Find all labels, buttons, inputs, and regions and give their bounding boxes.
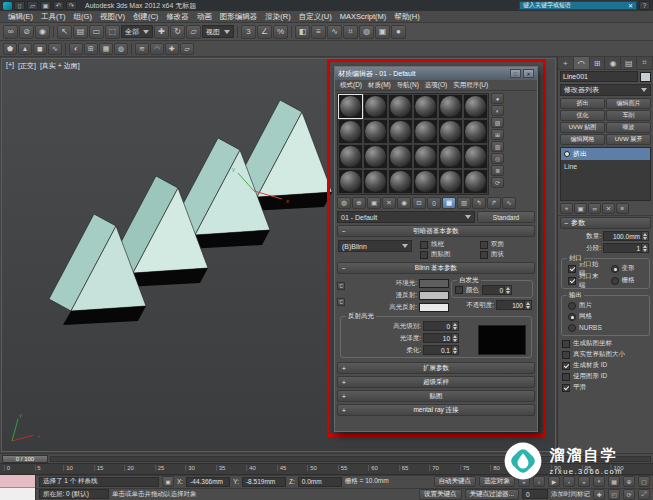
stack-item-extrude[interactable]: 挤出 [561,148,650,160]
show-end-result-icon[interactable]: ▣ [574,203,587,214]
material-sample-slot[interactable] [413,169,438,194]
lock-icon[interactable]: C [337,282,345,290]
arc-tools-icon[interactable]: ◠ [150,43,164,55]
opacity-spinner[interactable]: 100 [496,300,532,310]
maps-rollout[interactable]: +贴图 [337,390,535,402]
ribbon-toggle-icon[interactable]: ⬟ [3,43,17,55]
material-tools-icon[interactable]: ◍ [114,43,128,55]
menu-graph-editors[interactable]: 图形编辑器 [216,12,262,22]
object-name-field[interactable]: Line001 [560,71,638,82]
set-key-button[interactable]: 设置关键点 [419,489,462,500]
macro-recorder-field[interactable] [0,475,35,488]
timeline-tick[interactable]: 25 [155,465,167,471]
material-sample-slot[interactable] [338,119,363,144]
move-icon[interactable]: ✚ [154,25,169,39]
menu-edit[interactable]: 编辑(E) [4,12,37,22]
mental-ray-rollout[interactable]: +mental ray 连接 [337,404,535,416]
spinner-arrows-icon[interactable] [641,232,648,240]
tab-display-icon[interactable]: ▤ [621,57,637,69]
tab-utilities-icon[interactable]: ⌗ [637,57,653,69]
undo-icon[interactable]: ↶ [53,1,64,10]
material-sample-slot[interactable] [388,94,413,119]
material-editor-titlebar[interactable]: 材质编辑器 - 01 - Default □ ✕ [335,67,537,80]
timeline-tick[interactable]: 0 [4,465,12,471]
menu-help[interactable]: 帮助(H) [390,12,423,22]
smooth-checkbox[interactable]: 平滑 [558,382,653,393]
modifier-button-extrude[interactable]: 挤出 [560,98,605,109]
layer-combo[interactable]: 所在层: 0 (默认) [39,489,109,499]
timeline-tick[interactable]: 20 [124,465,136,471]
help-icon[interactable]: ? [639,1,650,10]
put-to-scene-icon[interactable]: ⊕ [352,197,366,209]
timeline-tick[interactable]: 60 [368,465,380,471]
material-sample-slot[interactable] [338,94,363,119]
timeline-tick[interactable]: 10 [63,465,75,471]
orbit-icon[interactable]: ◰ [608,489,620,500]
diffuse-color-swatch[interactable] [419,291,449,300]
material-sample-slot[interactable] [388,119,413,144]
material-sample-slot[interactable] [363,94,388,119]
menu-customize[interactable]: 自定义(U) [295,12,336,22]
cap-end-checkbox[interactable]: 封口末端 [564,275,605,286]
modifier-button-edit-patch[interactable]: 编辑面片 [606,98,651,109]
spinner-arrows-icon[interactable] [451,334,458,342]
make-preview-icon[interactable]: ◎ [491,153,504,164]
tab-motion-icon[interactable]: ◉ [605,57,621,69]
wire-checkbox[interactable]: 线框 [416,240,474,249]
populate-icon[interactable]: ⊞ [84,43,98,55]
me-menu-modes[interactable]: 模式(D) [337,81,365,90]
render-setup-icon[interactable]: ▣ [375,25,390,39]
modifier-button-uvw-map[interactable]: UVW 贴图 [560,122,605,133]
morph-radio[interactable]: 变形 [607,263,648,274]
freeform-icon[interactable]: ◼ [33,43,47,55]
material-sample-slot[interactable] [438,144,463,169]
patch-radio[interactable]: 面片 [564,300,647,311]
lock-icon[interactable]: C [337,298,345,306]
modifier-button-lathe[interactable]: 车削 [606,110,651,121]
material-sample-slot[interactable] [463,144,488,169]
y-coord-field[interactable]: -8.519mm [242,477,286,487]
video-color-check-icon[interactable]: ▥ [491,141,504,152]
redo-icon[interactable]: ↷ [66,1,77,10]
timeline-tick[interactable]: 65 [399,465,411,471]
sample-tiling-icon[interactable]: ⊞ [491,129,504,140]
material-sample-slot[interactable] [413,94,438,119]
material-id-channel-icon[interactable]: 0 [427,197,441,209]
specular-color-swatch[interactable] [419,303,449,312]
auto-key-button[interactable]: 自动关键点 [434,476,477,487]
timeline-tick[interactable]: 40 [246,465,258,471]
selection-filter-combo[interactable]: 全部 [121,25,153,38]
modifier-button-noise[interactable]: 噪波 [606,122,651,133]
snap-toggle-icon[interactable]: 3 [241,25,256,39]
parameters-rollout-header[interactable]: − 参数 [560,217,651,229]
real-world-checkbox[interactable]: 真实世界贴图大小 [558,349,653,360]
spinner-arrows-icon[interactable] [524,301,531,309]
bind-spacewarp-icon[interactable]: ◉ [35,25,50,39]
key-filters-button[interactable]: 关键点过滤器... [465,489,519,500]
wave-tools-icon[interactable]: ≋ [135,43,149,55]
amount-spinner[interactable]: 100.0mm [603,231,649,241]
crossing-toggle-icon[interactable]: ⬚ [105,25,120,39]
search-clear-icon[interactable]: ✕ [628,2,633,9]
z-coord-field[interactable]: 0.0mm [298,477,342,487]
timeline-tick[interactable]: 30 [185,465,197,471]
timeline-tick[interactable]: 70 [429,465,441,471]
grid-tools-icon[interactable]: ▦ [99,43,113,55]
self-illum-spinner[interactable]: 0 [482,285,512,295]
go-forward-icon[interactable]: ↱ [487,197,501,209]
object-paint-icon[interactable]: ◐ [69,43,83,55]
spinner-arrows-icon[interactable] [641,244,648,252]
transform-tools-icon[interactable]: ▱ [180,43,194,55]
spinner-arrows-icon[interactable] [451,322,458,330]
add-time-tag[interactable]: 添加时间标记 [551,490,590,499]
timeline-tick[interactable]: 50 [307,465,319,471]
spline-tools-icon[interactable]: ∿ [48,43,62,55]
menu-rendering[interactable]: 渲染(R) [261,12,294,22]
material-sample-slot[interactable] [438,119,463,144]
me-menu-options[interactable]: 选项(O) [422,81,450,90]
gen-map-coords-checkbox[interactable]: 生成贴图坐标 [558,338,653,349]
menu-group[interactable]: 组(G) [70,12,96,22]
current-frame-field[interactable]: 0 [522,489,548,499]
material-sample-slot[interactable] [388,169,413,194]
object-color-swatch[interactable] [640,72,651,82]
